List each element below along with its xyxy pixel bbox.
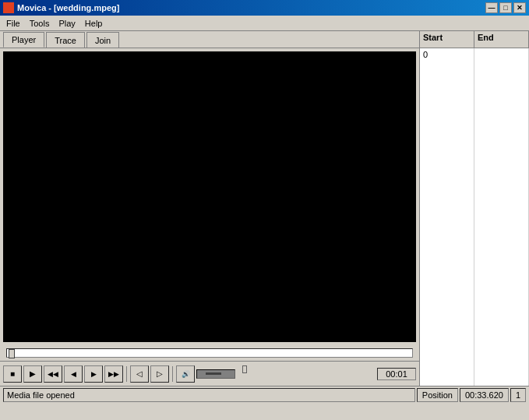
- rewind-button[interactable]: ◀◀: [44, 365, 62, 383]
- menu-tools[interactable]: Tools: [25, 17, 55, 30]
- step-fwd-button[interactable]: ▶: [84, 365, 103, 383]
- title-bar-left: Movica - [wedding.mpeg]: [3, 2, 119, 13]
- right-panel: Start End 0: [420, 31, 529, 386]
- end-col: [474, 48, 529, 386]
- status-message: Media file opened: [3, 388, 415, 402]
- controls-bar: ■ ▶ ◀◀ ◀ ▶ ▶▶ ◁ ▷ 🔊 00:01: [0, 361, 419, 386]
- maximize-button[interactable]: □: [499, 2, 512, 13]
- menu-file[interactable]: File: [2, 17, 25, 30]
- step-back-button[interactable]: ◀: [64, 365, 83, 383]
- volume-slider[interactable]: [196, 369, 235, 379]
- left-panel: Player Trace Join ■ ▶ ◀◀ ◀ ▶ ▶▶ ◁ ▷ 🔊: [0, 31, 420, 386]
- tab-trace[interactable]: Trace: [46, 32, 85, 48]
- stop-button[interactable]: ■: [3, 365, 22, 383]
- right-panel-content: 0: [420, 48, 529, 386]
- tab-player[interactable]: Player: [3, 32, 44, 48]
- window-title: Movica - [wedding.mpeg]: [17, 3, 119, 12]
- close-button[interactable]: ✕: [513, 2, 526, 13]
- title-controls: — □ ✕: [485, 2, 526, 13]
- ff-button[interactable]: ▶▶: [104, 365, 123, 383]
- menu-help[interactable]: Help: [80, 17, 108, 30]
- position-value: 00:33.620: [460, 388, 509, 402]
- minimize-button[interactable]: —: [485, 2, 498, 13]
- time-display: 00:01: [377, 368, 416, 380]
- video-display: [3, 51, 416, 342]
- film-icon: [3, 2, 14, 13]
- col-header-end: End: [474, 31, 529, 48]
- seek-bar[interactable]: [6, 348, 413, 358]
- play-button[interactable]: ▶: [23, 365, 42, 383]
- seek-thumb[interactable]: [9, 349, 15, 358]
- position-label: Position: [417, 388, 458, 402]
- start-col: 0: [420, 48, 474, 386]
- separator-1: [126, 366, 127, 382]
- col-header-start: Start: [420, 31, 474, 48]
- menu-bar: File Tools Play Help: [0, 16, 529, 31]
- next-frame-button[interactable]: ▷: [150, 365, 169, 383]
- tabs: Player Trace Join: [0, 31, 419, 48]
- menu-play[interactable]: Play: [54, 17, 79, 30]
- main-area: Player Trace Join ■ ▶ ◀◀ ◀ ▶ ▶▶ ◁ ▷ 🔊: [0, 31, 529, 386]
- status-number: 1: [510, 388, 526, 402]
- title-bar: Movica - [wedding.mpeg] — □ ✕: [0, 0, 529, 16]
- list-item: 0: [423, 50, 471, 59]
- seek-bar-container: [0, 345, 419, 361]
- prev-frame-button[interactable]: ◁: [130, 365, 149, 383]
- separator-2: [172, 366, 173, 382]
- tab-join[interactable]: Join: [86, 32, 119, 48]
- volume-button[interactable]: 🔊: [176, 365, 195, 383]
- status-bar: Media file opened Position 00:33.620 1: [0, 386, 529, 403]
- right-panel-header: Start End: [420, 31, 529, 48]
